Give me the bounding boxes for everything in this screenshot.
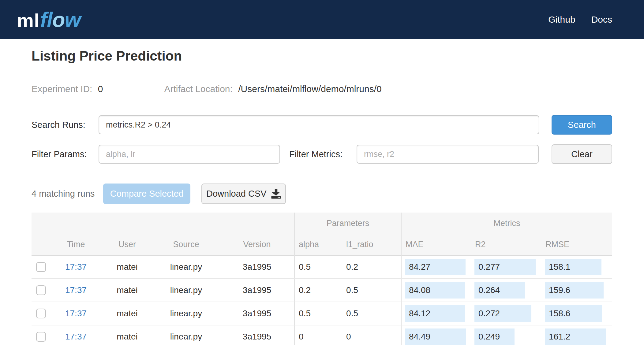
run-time-link[interactable]: 17:37 (65, 262, 87, 272)
artifact-location-value: /Users/matei/mlflow/demo/mlruns/0 (238, 84, 381, 94)
metric-r2-cell: 0.272 (471, 302, 541, 325)
download-save-icon (271, 189, 281, 199)
run-version-cell: 3a1995 (220, 302, 294, 325)
run-version-cell: 3a1995 (220, 279, 294, 302)
metric-value-bar: 0.272 (474, 305, 531, 322)
row-select-cell (32, 325, 50, 345)
filter-row: Filter Params: Filter Metrics: Clear (32, 144, 612, 164)
column-header-r2: R2 (471, 234, 541, 255)
metric-value-bar: 84.08 (405, 282, 465, 299)
download-csv-label: Download CSV (206, 189, 267, 199)
artifact-location-label: Artifact Location: (164, 84, 232, 94)
experiment-id-label: Experiment ID: (32, 84, 92, 94)
top-navbar: ml flow Github Docs (0, 0, 644, 39)
search-row: Search Runs: Search (32, 115, 612, 135)
column-header-row: Time User Source Version alpha l1_ratio … (32, 234, 612, 255)
param-l1-ratio-cell: 0.5 (342, 279, 401, 302)
filter-metrics-label: Filter Metrics: (289, 149, 357, 159)
metric-r2-cell: 0.264 (471, 279, 541, 302)
page-title: Listing Price Prediction (32, 48, 612, 64)
mlflow-logo[interactable]: ml flow (17, 8, 80, 32)
run-version-cell: 3a1995 (220, 325, 294, 345)
row-select-checkbox[interactable] (36, 262, 46, 272)
download-csv-button[interactable]: Download CSV (201, 184, 286, 204)
runs-table: Parameters Metrics Time User Source Vers… (32, 213, 612, 345)
column-header-user: User (102, 234, 152, 255)
group-header-parameters: Parameters (294, 213, 401, 234)
run-user-cell: matei (102, 279, 152, 302)
metric-value-bar: 161.2 (545, 328, 606, 345)
param-alpha-cell: 0.5 (294, 255, 342, 279)
metric-r2-cell: 0.249 (471, 325, 541, 345)
group-header-row: Parameters Metrics (32, 213, 612, 234)
run-time-cell: 17:37 (50, 302, 102, 325)
column-header-checkbox (32, 234, 50, 255)
runs-table-body: 17:37 matei linear.py 3a1995 0.5 0.2 84.… (32, 255, 612, 345)
table-row: 17:37 matei linear.py 3a1995 0.5 0.5 84.… (32, 302, 612, 325)
run-time-link[interactable]: 17:37 (65, 309, 87, 318)
metric-rmse-cell: 161.2 (541, 325, 612, 345)
run-user-cell: matei (102, 325, 152, 345)
metric-value-bar: 158.6 (545, 305, 602, 322)
search-runs-label: Search Runs: (32, 120, 99, 130)
run-version-cell: 3a1995 (220, 255, 294, 279)
metric-mae-cell: 84.12 (401, 302, 471, 325)
run-source-cell: linear.py (152, 279, 220, 302)
row-select-checkbox[interactable] (36, 309, 46, 318)
nav-link-github[interactable]: Github (548, 14, 575, 25)
metric-value-bar: 84.27 (405, 259, 466, 275)
table-row: 17:37 matei linear.py 3a1995 0 0 84.49 0… (32, 325, 612, 345)
run-time-cell: 17:37 (50, 325, 102, 345)
logo-flow-o: o (52, 8, 65, 31)
run-time-link[interactable]: 17:37 (65, 332, 87, 341)
run-user-cell: matei (102, 255, 152, 279)
search-button[interactable]: Search (552, 115, 612, 135)
param-l1-ratio-cell: 0.2 (342, 255, 401, 279)
param-alpha-cell: 0.5 (294, 302, 342, 325)
column-header-source: Source (152, 234, 220, 255)
metric-r2-cell: 0.277 (471, 255, 541, 279)
run-user-cell: matei (102, 302, 152, 325)
row-select-checkbox[interactable] (36, 285, 46, 295)
metric-value-bar: 0.249 (474, 328, 515, 345)
metric-value-bar: 0.277 (474, 259, 536, 275)
experiment-id-block: Experiment ID: 0 (32, 84, 103, 94)
column-header-mae: MAE (401, 234, 471, 255)
metric-mae-cell: 84.49 (401, 325, 471, 345)
row-select-cell (32, 279, 50, 302)
runs-table-header: Parameters Metrics Time User Source Vers… (32, 213, 612, 255)
search-runs-input[interactable] (99, 115, 539, 134)
experiment-id-value: 0 (98, 84, 103, 94)
logo-text-flow: flow (40, 8, 80, 32)
filter-params-input[interactable] (99, 145, 280, 164)
column-header-version: Version (220, 234, 294, 255)
nav-link-docs[interactable]: Docs (591, 14, 612, 25)
metric-rmse-cell: 158.6 (541, 302, 612, 325)
metric-value-bar: 159.6 (545, 282, 604, 299)
row-select-cell (32, 302, 50, 325)
metric-rmse-cell: 158.1 (541, 255, 612, 279)
column-header-alpha: alpha (294, 234, 342, 255)
table-row: 17:37 matei linear.py 3a1995 0.5 0.2 84.… (32, 255, 612, 279)
main-content: Listing Price Prediction Experiment ID: … (32, 48, 612, 345)
filter-metrics-input[interactable] (357, 145, 539, 164)
run-time-cell: 17:37 (50, 279, 102, 302)
metric-rmse-cell: 159.6 (541, 279, 612, 302)
filter-params-label: Filter Params: (32, 149, 99, 159)
artifact-location-block: Artifact Location: /Users/matei/mlflow/d… (164, 84, 381, 94)
matching-runs-count: 4 matching runs (32, 189, 95, 199)
metric-value-bar: 84.12 (405, 305, 465, 322)
run-time-link[interactable]: 17:37 (65, 285, 87, 295)
metric-mae-cell: 84.27 (401, 255, 471, 279)
metric-mae-cell: 84.08 (401, 279, 471, 302)
row-select-checkbox[interactable] (36, 332, 46, 342)
run-source-cell: linear.py (152, 325, 220, 345)
clear-button[interactable]: Clear (552, 144, 612, 164)
run-source-cell: linear.py (152, 255, 220, 279)
column-header-l1-ratio: l1_ratio (342, 234, 401, 255)
runs-toolbar: 4 matching runs Compare Selected Downloa… (32, 184, 612, 204)
navbar-links: Github Docs (548, 14, 612, 25)
experiment-meta-row: Experiment ID: 0 Artifact Location: /Use… (32, 84, 612, 94)
compare-selected-button[interactable]: Compare Selected (103, 184, 190, 204)
metric-value-bar: 158.1 (545, 259, 601, 275)
